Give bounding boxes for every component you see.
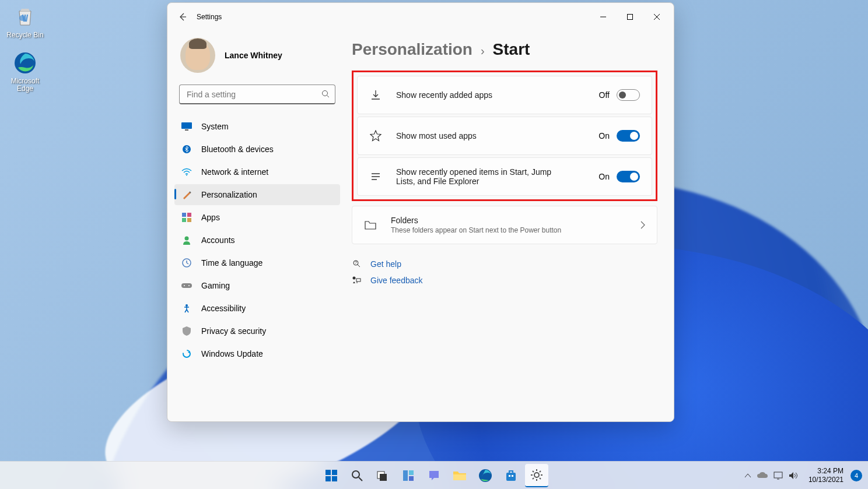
svg-rect-5 xyxy=(185,129,188,131)
desktop-icon-label: Microsoft Edge xyxy=(5,78,46,93)
svg-rect-4 xyxy=(181,122,192,129)
nav-list: System Bluetooth & devices Network & int… xyxy=(174,116,340,364)
sidebar-item-update[interactable]: Windows Update xyxy=(174,343,340,364)
main-content: Personalization › Start Show recently ad… xyxy=(342,31,674,421)
avatar xyxy=(180,38,215,73)
sidebar-item-label: Accessibility xyxy=(201,304,246,313)
settings-window: Settings Lance Whitney System xyxy=(167,2,674,422)
sidebar-item-time-language[interactable]: Time & language xyxy=(174,252,340,273)
highlighted-settings-group: Show recently added apps Off Show most u… xyxy=(352,71,657,201)
monitor-icon xyxy=(181,121,192,132)
sidebar-item-gaming[interactable]: Gaming xyxy=(174,275,340,296)
download-icon xyxy=(369,89,382,101)
desktop-icons: Recycle Bin Microsoft Edge xyxy=(5,5,46,105)
desktop-icon-recycle-bin[interactable]: Recycle Bin xyxy=(5,5,46,39)
settings-taskbar-button[interactable] xyxy=(525,464,548,487)
start-button[interactable] xyxy=(320,464,343,487)
svg-rect-2 xyxy=(628,15,633,20)
taskbar-right: 3:24 PM 10/13/2021 4 xyxy=(741,467,868,484)
sidebar-item-accessibility[interactable]: Accessibility xyxy=(174,298,340,319)
toggle-most-used[interactable] xyxy=(617,130,640,142)
svg-point-38 xyxy=(534,473,539,477)
sidebar-item-label: System xyxy=(201,122,229,131)
sidebar-item-label: Apps xyxy=(201,213,220,222)
svg-rect-24 xyxy=(332,470,337,475)
sidebar-item-label: Bluetooth & devices xyxy=(201,145,274,154)
setting-label: Show recently added apps xyxy=(396,90,599,100)
sidebar-item-system[interactable]: System xyxy=(174,116,340,137)
volume-icon[interactable] xyxy=(789,472,798,480)
setting-row-folders[interactable]: Folders These folders appear on Start ne… xyxy=(352,206,657,244)
toggle-state-label: Off xyxy=(599,90,610,100)
sidebar-item-privacy[interactable]: Privacy & security xyxy=(174,321,340,342)
get-help-link[interactable]: ? Get help xyxy=(352,256,657,272)
svg-point-27 xyxy=(352,471,359,478)
desktop-icon-edge[interactable]: Microsoft Edge xyxy=(5,51,46,93)
svg-rect-26 xyxy=(332,476,337,481)
give-feedback-link[interactable]: Give feedback xyxy=(352,272,657,289)
chat-button[interactable] xyxy=(422,464,446,487)
profile-section[interactable]: Lance Whitney xyxy=(174,36,340,85)
person-icon xyxy=(181,235,192,245)
svg-rect-25 xyxy=(326,476,331,481)
sidebar-item-label: Windows Update xyxy=(201,349,263,358)
notification-badge[interactable]: 4 xyxy=(850,470,862,481)
page-title: Start xyxy=(493,40,530,59)
task-view-button[interactable] xyxy=(371,464,394,487)
setting-row-recent-items[interactable]: Show recently opened items in Start, Jum… xyxy=(357,157,652,196)
svg-rect-9 xyxy=(187,213,191,217)
sidebar-item-apps[interactable]: Apps xyxy=(174,207,340,228)
sidebar-item-network[interactable]: Network & internet xyxy=(174,161,340,182)
profile-name: Lance Whitney xyxy=(225,51,282,60)
svg-rect-32 xyxy=(409,476,414,481)
svg-point-15 xyxy=(184,285,185,286)
toggle-state-label: On xyxy=(598,131,610,140)
edge-taskbar-button[interactable] xyxy=(474,464,497,487)
feedback-icon xyxy=(352,276,362,285)
network-tray-icon[interactable] xyxy=(774,472,783,480)
setting-label: Show most used apps xyxy=(396,131,598,140)
widgets-button[interactable] xyxy=(397,464,420,487)
store-button[interactable] xyxy=(499,464,523,487)
titlebar: Settings xyxy=(167,3,674,31)
sidebar-item-accounts[interactable]: Accounts xyxy=(174,230,340,251)
taskbar-search-button[interactable] xyxy=(345,464,369,487)
window-title: Settings xyxy=(197,13,222,21)
file-explorer-button[interactable] xyxy=(448,464,471,487)
taskbar: 3:24 PM 10/13/2021 4 xyxy=(0,461,868,489)
svg-rect-39 xyxy=(774,472,782,478)
sidebar-item-label: Privacy & security xyxy=(201,326,266,336)
wifi-icon xyxy=(181,167,192,177)
svg-point-12 xyxy=(185,237,189,241)
setting-label: Show recently opened items in Start, Jum… xyxy=(396,167,559,186)
maximize-button[interactable] xyxy=(617,8,643,26)
bluetooth-icon xyxy=(181,144,192,154)
taskbar-center xyxy=(320,464,548,487)
toggle-recent-items[interactable] xyxy=(617,171,640,182)
setting-row-most-used[interactable]: Show most used apps On xyxy=(357,117,652,155)
search-box xyxy=(179,85,335,104)
help-link-label: Give feedback xyxy=(370,276,423,285)
svg-rect-35 xyxy=(506,473,516,481)
search-input[interactable] xyxy=(179,85,335,104)
svg-rect-22 xyxy=(356,279,360,282)
globe-clock-icon xyxy=(181,258,192,268)
breadcrumb-parent[interactable]: Personalization xyxy=(352,40,473,59)
tray-chevron-up-icon[interactable] xyxy=(744,473,751,478)
sidebar-item-bluetooth[interactable]: Bluetooth & devices xyxy=(174,139,340,160)
svg-point-17 xyxy=(186,304,188,307)
update-icon xyxy=(181,349,192,359)
toggle-recently-added[interactable] xyxy=(617,89,640,101)
back-button[interactable] xyxy=(171,8,194,26)
svg-point-16 xyxy=(188,285,190,286)
clock-date: 10/13/2021 xyxy=(808,476,844,484)
svg-rect-10 xyxy=(182,218,186,222)
setting-row-recently-added[interactable]: Show recently added apps Off xyxy=(357,76,652,114)
minimize-button[interactable] xyxy=(590,8,617,26)
close-button[interactable] xyxy=(643,8,670,26)
onedrive-icon[interactable] xyxy=(757,472,768,479)
sidebar-item-personalization[interactable]: Personalization xyxy=(174,184,340,205)
taskbar-clock[interactable]: 3:24 PM 10/13/2021 xyxy=(805,467,847,484)
desktop-icon-label: Recycle Bin xyxy=(5,31,46,39)
star-icon xyxy=(369,129,382,142)
